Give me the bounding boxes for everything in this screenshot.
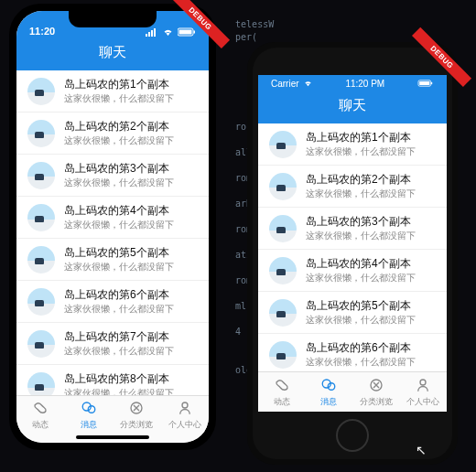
svg-rect-6	[194, 31, 196, 34]
list-item[interactable]: 岛上码农的第2个副本这家伙很懒，什么都没留下	[16, 113, 209, 155]
chat-title: 岛上码农的第7个副本	[64, 329, 198, 345]
avatar	[269, 299, 297, 327]
person-icon	[414, 377, 432, 395]
chat-title: 岛上码农的第5个副本	[64, 245, 198, 261]
chat-list[interactable]: 岛上码农的第1个副本这家伙很懒，什么都没留下岛上码农的第2个副本这家伙很懒，什么…	[16, 70, 209, 395]
wifi-icon	[162, 27, 174, 37]
grid-icon	[367, 377, 385, 395]
list-item[interactable]: 岛上码农的第3个副本这家伙很懒，什么都没留下	[16, 155, 209, 197]
chat-title: 岛上码农的第3个副本	[64, 161, 198, 177]
chat-icon	[319, 377, 338, 395]
chat-title: 岛上码农的第1个副本	[306, 130, 436, 145]
list-item[interactable]: 岛上码农的第7个副本这家伙很懒，什么都没留下	[16, 323, 209, 365]
chat-subtitle: 这家伙很懒，什么都没留下	[64, 134, 198, 147]
person-icon	[176, 400, 194, 418]
tab-feed[interactable]: 动态	[258, 377, 306, 408]
avatar	[269, 257, 297, 284]
battery-icon	[178, 27, 196, 37]
grid-icon	[127, 400, 146, 418]
chat-subtitle: 这家伙很懒，什么都没留下	[306, 314, 436, 327]
chat-subtitle: 这家伙很懒，什么都没留下	[64, 345, 198, 358]
chat-title: 岛上码农的第3个副本	[306, 214, 436, 230]
tab-label: 分类浏览	[120, 419, 153, 431]
battery-icon	[417, 80, 434, 87]
tab-feed[interactable]: 动态	[16, 400, 65, 431]
signal-icon	[146, 27, 158, 37]
app-bar: 聊天	[16, 38, 209, 70]
tab-label: 动态	[32, 419, 49, 431]
svg-point-10	[182, 402, 188, 408]
list-item[interactable]: 岛上码农的第1个副本这家伙很懒，什么都没留下	[16, 70, 209, 113]
list-item[interactable]: 岛上码农的第5个副本这家伙很懒，什么都没留下	[16, 239, 209, 281]
avatar	[269, 173, 297, 200]
status-time: 11:20	[29, 26, 55, 37]
chat-subtitle: 这家伙很懒，什么都没留下	[306, 272, 436, 284]
home-button[interactable]	[336, 419, 369, 452]
chat-subtitle: 这家伙很懒，什么都没留下	[64, 219, 198, 231]
tab-messages[interactable]: 消息	[65, 400, 114, 431]
avatar	[27, 330, 55, 358]
chat-subtitle: 这家伙很懒，什么都没留下	[64, 261, 198, 274]
chat-subtitle: 这家伙很懒，什么都没留下	[306, 145, 436, 158]
app-bar-title: 聊天	[99, 44, 126, 59]
chat-title: 岛上码农的第1个副本	[64, 77, 198, 92]
chat-title: 岛上码农的第4个副本	[306, 256, 436, 272]
mouse-cursor: ↖	[416, 443, 427, 457]
list-item[interactable]: 岛上码农的第1个副本这家伙很懒，什么都没留下	[258, 123, 447, 166]
list-item[interactable]: 岛上码农的第3个副本这家伙很懒，什么都没留下	[258, 208, 447, 250]
bottom-nav: 动态消息分类浏览个人中心	[258, 371, 447, 412]
svg-rect-2	[151, 30, 153, 37]
tab-label: 个人中心	[168, 419, 201, 431]
chat-title: 岛上码农的第8个副本	[64, 371, 198, 387]
tab-profile[interactable]: 个人中心	[400, 377, 448, 408]
list-item[interactable]: 岛上码农的第4个副本这家伙很懒，什么都没留下	[258, 250, 447, 292]
chat-subtitle: 这家伙很懒，什么都没留下	[306, 230, 436, 242]
chat-subtitle: 这家伙很懒，什么都没留下	[64, 387, 198, 395]
app-bar-title: 聊天	[339, 97, 366, 113]
wifi-icon	[303, 80, 313, 87]
avatar	[27, 372, 55, 396]
chat-title: 岛上码农的第2个副本	[64, 119, 198, 134]
tab-categories[interactable]: 分类浏览	[352, 377, 400, 408]
chat-title: 岛上码农的第5个副本	[306, 298, 436, 314]
list-item[interactable]: 岛上码农的第5个副本这家伙很懒，什么都没留下	[258, 292, 447, 334]
wave-icon	[273, 377, 291, 395]
tab-label: 个人中心	[406, 396, 439, 408]
list-item[interactable]: 岛上码农的第6个副本这家伙很懒，什么都没留下	[258, 334, 447, 371]
tab-label: 消息	[81, 419, 97, 431]
list-item[interactable]: 岛上码农的第4个副本这家伙很懒，什么都没留下	[16, 197, 209, 239]
avatar	[269, 341, 297, 369]
tab-messages[interactable]: 消息	[306, 377, 353, 408]
svg-rect-12	[419, 81, 429, 85]
status-bar: Carrier 11:20 PM	[258, 75, 447, 91]
chat-list[interactable]: 岛上码农的第1个副本这家伙很懒，什么都没留下岛上码农的第2个副本这家伙很懒，什么…	[258, 123, 447, 371]
chat-subtitle: 这家伙很懒，什么都没留下	[64, 92, 198, 105]
list-item[interactable]: 岛上码农的第6个副本这家伙很懒，什么都没留下	[16, 281, 209, 323]
wave-icon	[31, 400, 49, 418]
tab-label: 消息	[320, 396, 337, 408]
chat-subtitle: 这家伙很懒，什么都没留下	[64, 303, 198, 316]
tab-label: 分类浏览	[360, 396, 393, 408]
app-bar: 聊天	[258, 91, 447, 123]
chat-subtitle: 这家伙很懒，什么都没留下	[306, 188, 436, 200]
status-time: 11:20 PM	[345, 79, 384, 89]
chat-subtitle: 这家伙很懒，什么都没留下	[64, 177, 198, 189]
avatar	[27, 78, 55, 105]
avatar	[27, 162, 55, 189]
avatar	[27, 120, 55, 147]
svg-rect-13	[431, 82, 432, 84]
chat-title: 岛上码农的第2个副本	[306, 172, 436, 188]
list-item[interactable]: 岛上码农的第2个副本这家伙很懒，什么都没留下	[258, 166, 447, 208]
chat-title: 岛上码农的第6个副本	[306, 340, 436, 356]
list-item[interactable]: 岛上码农的第8个副本这家伙很懒，什么都没留下	[16, 365, 209, 395]
svg-rect-3	[154, 28, 156, 37]
svg-rect-1	[148, 32, 150, 37]
svg-rect-0	[146, 34, 147, 37]
svg-point-17	[420, 380, 426, 385]
tab-profile[interactable]: 个人中心	[161, 400, 210, 431]
avatar	[269, 215, 297, 242]
tab-categories[interactable]: 分类浏览	[113, 400, 161, 431]
tab-label: 动态	[274, 396, 290, 408]
svg-rect-5	[179, 30, 192, 35]
chat-subtitle: 这家伙很懒，什么都没留下	[306, 356, 436, 369]
